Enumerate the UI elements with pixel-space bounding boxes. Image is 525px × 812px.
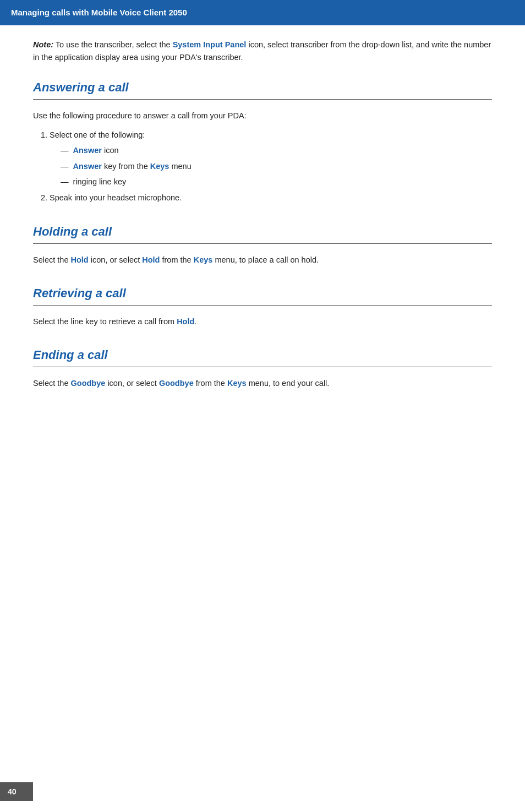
note-block: Note: To use the transcriber, select the… — [33, 39, 492, 64]
answer-key-link[interactable]: Answer — [73, 162, 102, 171]
section-retrieving: Retrieving a call Select the line key to… — [33, 286, 492, 328]
section-heading-holding: Holding a call — [33, 225, 492, 244]
main-content: Note: To use the transcriber, select the… — [0, 39, 525, 390]
answering-step-1: Select one of the following: Answer icon… — [50, 128, 492, 189]
retrieving-body: Select the line key to retrieve a call f… — [33, 315, 492, 328]
answering-steps: Select one of the following: Answer icon… — [33, 128, 492, 205]
hold-menu-link[interactable]: Hold — [142, 255, 160, 264]
section-answering: Answering a call Use the following proce… — [33, 80, 492, 204]
keys-menu-link-1[interactable]: Keys — [150, 162, 169, 171]
section-heading-answering: Answering a call — [33, 80, 492, 100]
ending-body: Select the Goodbye icon, or select Goodb… — [33, 377, 492, 390]
hold-icon-link[interactable]: Hold — [71, 255, 89, 264]
section-ending: Ending a call Select the Goodbye icon, o… — [33, 348, 492, 390]
keys-menu-link-2[interactable]: Keys — [194, 255, 213, 264]
holding-body: Select the Hold icon, or select Hold fro… — [33, 254, 492, 266]
section-heading-retrieving: Retrieving a call — [33, 286, 492, 306]
section-heading-ending: Ending a call — [33, 348, 492, 367]
answering-subitem-3: ringing line key — [61, 175, 492, 189]
hold-retrieve-link[interactable]: Hold — [177, 317, 194, 326]
goodbye-icon-link[interactable]: Goodbye — [71, 379, 106, 388]
header-title: Managing calls with Mobile Voice Client … — [11, 8, 187, 17]
answering-step-2: Speak into your headset microphone. — [50, 191, 492, 205]
answer-icon-link[interactable]: Answer — [73, 146, 102, 155]
keys-menu-link-3[interactable]: Keys — [227, 379, 247, 388]
answering-subitem-1: Answer icon — [61, 144, 492, 157]
answering-intro: Use the following procedure to answer a … — [33, 110, 492, 122]
answering-subitems: Answer icon Answer key from the Keys men… — [50, 144, 492, 189]
page-number-area: 40 — [0, 782, 33, 801]
section-holding: Holding a call Select the Hold icon, or … — [33, 225, 492, 266]
header-bar: Managing calls with Mobile Voice Client … — [0, 0, 525, 25]
answering-subitem-2: Answer key from the Keys menu — [61, 160, 492, 173]
note-label: Note: — [33, 40, 53, 49]
page-number: 40 — [8, 787, 17, 796]
goodbye-menu-link[interactable]: Goodbye — [159, 379, 194, 388]
system-input-panel-link[interactable]: System Input Panel — [173, 40, 247, 49]
note-text-before: To use the transcriber, select the — [56, 40, 173, 49]
